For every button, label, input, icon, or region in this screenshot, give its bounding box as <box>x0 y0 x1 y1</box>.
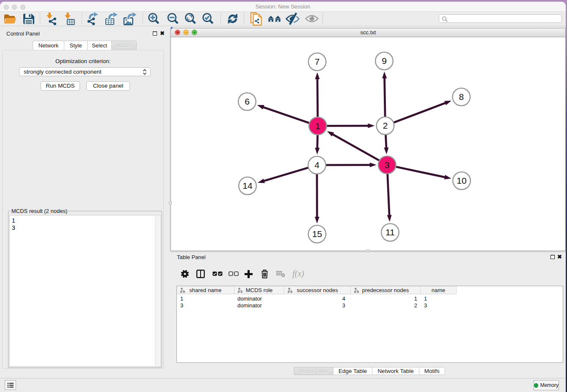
svg-text:1: 1 <box>315 121 320 131</box>
svg-text:9: 9 <box>382 56 387 66</box>
svg-text:10: 10 <box>457 176 466 185</box>
svg-text:7: 7 <box>315 57 320 66</box>
svg-text:14: 14 <box>242 181 253 190</box>
svg-text:11: 11 <box>385 227 395 237</box>
svg-text:6: 6 <box>245 97 250 106</box>
svg-text:8: 8 <box>459 92 464 102</box>
svg-text:4: 4 <box>314 160 319 170</box>
svg-text:3: 3 <box>385 160 390 170</box>
svg-text:15: 15 <box>312 229 322 239</box>
svg-text:2: 2 <box>383 121 388 130</box>
